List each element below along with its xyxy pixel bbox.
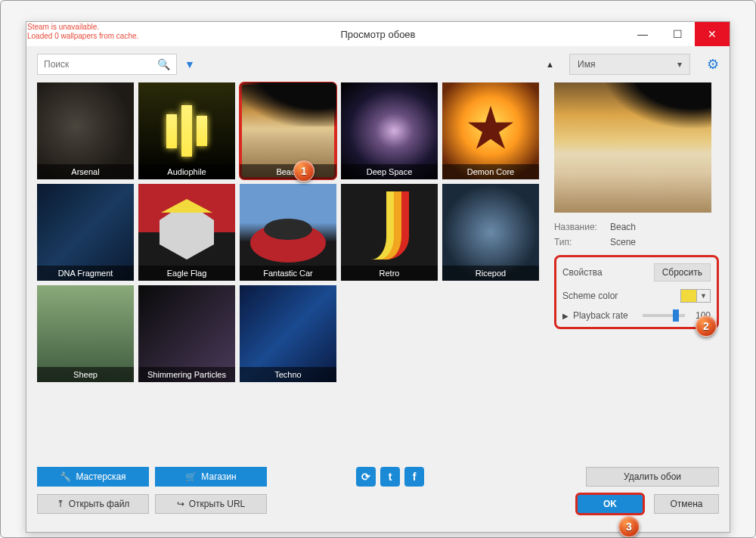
- workshop-button[interactable]: 🔧Мастерская: [37, 467, 149, 487]
- filter-icon[interactable]: ▼: [184, 58, 195, 70]
- status-line: Loaded 0 wallpapers from cache.: [27, 32, 138, 41]
- steam-icon[interactable]: ⟳: [356, 467, 376, 487]
- cart-icon: 🛒: [185, 471, 197, 482]
- search-icon[interactable]: 🔍: [157, 58, 170, 70]
- tile-arsenal[interactable]: Arsenal: [37, 82, 134, 179]
- maximize-button[interactable]: ☐: [660, 22, 695, 46]
- minimize-button[interactable]: —: [625, 22, 660, 46]
- link-icon: ↪: [177, 499, 184, 509]
- toolbar: 🔍 ▼ ▲ Имя ▾ ⚙: [26, 46, 730, 82]
- wallpaper-browser-window: Просмотр обоев — ☐ ✕ 🔍 ▼ ▲ Имя ▾ ⚙ Arsen…: [26, 21, 730, 533]
- status-line: Steam is unavailable.: [27, 23, 138, 32]
- chevron-down-icon: ▾: [677, 59, 682, 70]
- tile-sheep[interactable]: Sheep: [37, 285, 134, 382]
- wallpaper-grid: Arsenal Audiophile Beach Deep Space Demo…: [37, 82, 547, 382]
- name-key: Название:: [554, 222, 610, 232]
- callout-3: 3: [618, 516, 640, 537]
- scheme-color-picker[interactable]: ▼: [680, 289, 711, 303]
- tile-shimmering-particles[interactable]: Shimmering Particles: [138, 285, 235, 382]
- type-value: Scene: [610, 237, 636, 247]
- details-sidebar: Название:Beach Тип:Scene Свойства Сброси…: [554, 82, 719, 382]
- tile-beach[interactable]: Beach: [240, 82, 336, 179]
- tile-ricepod[interactable]: Ricepod: [442, 184, 539, 281]
- tile-dna-fragment[interactable]: DNA Fragment: [37, 184, 134, 281]
- wrench-icon: 🔧: [60, 471, 71, 482]
- store-button[interactable]: 🛒Магазин: [155, 467, 267, 487]
- callout-2: 2: [696, 316, 717, 337]
- delete-wallpaper-button[interactable]: Удалить обои: [586, 467, 719, 487]
- search-box[interactable]: 🔍: [37, 54, 177, 75]
- gear-icon[interactable]: ⚙: [707, 56, 719, 73]
- tile-fantastic-car[interactable]: Fantastic Car: [240, 184, 336, 281]
- bottom-bar: 🔧Мастерская 🛒Магазин ⟳ t f Удалить обои …: [37, 467, 719, 521]
- sort-label: Имя: [578, 59, 595, 70]
- open-url-button[interactable]: ↪Открыть URL: [155, 494, 267, 514]
- chevron-down-icon: ▼: [697, 289, 711, 303]
- reset-button[interactable]: Сбросить: [654, 263, 711, 281]
- tile-techno[interactable]: Techno: [240, 285, 336, 382]
- search-input[interactable]: [44, 59, 157, 70]
- svg-marker-2: [161, 199, 212, 213]
- sort-dropdown[interactable]: Имя ▾: [569, 54, 690, 75]
- tile-deep-space[interactable]: Deep Space: [341, 82, 438, 179]
- properties-title: Свойства: [562, 267, 603, 278]
- expand-icon[interactable]: ▶: [562, 312, 569, 320]
- svg-marker-0: [468, 106, 513, 149]
- wallpaper-preview: [554, 82, 711, 213]
- status-messages: Steam is unavailable. Loaded 0 wallpaper…: [27, 23, 138, 41]
- name-value: Beach: [610, 222, 636, 232]
- svg-point-4: [264, 219, 312, 240]
- tile-demon-core[interactable]: Demon Core: [442, 82, 539, 179]
- window-title: Просмотр обоев: [340, 29, 415, 40]
- open-file-button[interactable]: ⤒Открыть файл: [37, 494, 149, 514]
- twitter-icon[interactable]: t: [380, 467, 400, 487]
- facebook-icon[interactable]: f: [404, 467, 424, 487]
- callout-1: 1: [293, 160, 314, 182]
- sort-direction-icon[interactable]: ▲: [546, 60, 554, 69]
- close-button[interactable]: ✕: [695, 22, 730, 46]
- scheme-color-label: Scheme color: [562, 291, 618, 301]
- upload-icon: ⤒: [57, 499, 64, 509]
- type-key: Тип:: [554, 237, 610, 247]
- tile-audiophile[interactable]: Audiophile: [138, 82, 235, 179]
- properties-panel: Свойства Сбросить Scheme color ▼ ▶ Playb…: [554, 255, 719, 329]
- playback-rate-label: Playback rate: [573, 310, 628, 321]
- tile-retro[interactable]: Retro: [341, 184, 438, 281]
- ok-button[interactable]: OK: [575, 493, 645, 515]
- tile-eagle-flag[interactable]: Eagle Flag: [138, 184, 235, 281]
- cancel-button[interactable]: Отмена: [654, 494, 719, 514]
- color-swatch: [680, 289, 697, 303]
- playback-rate-slider[interactable]: [643, 314, 685, 317]
